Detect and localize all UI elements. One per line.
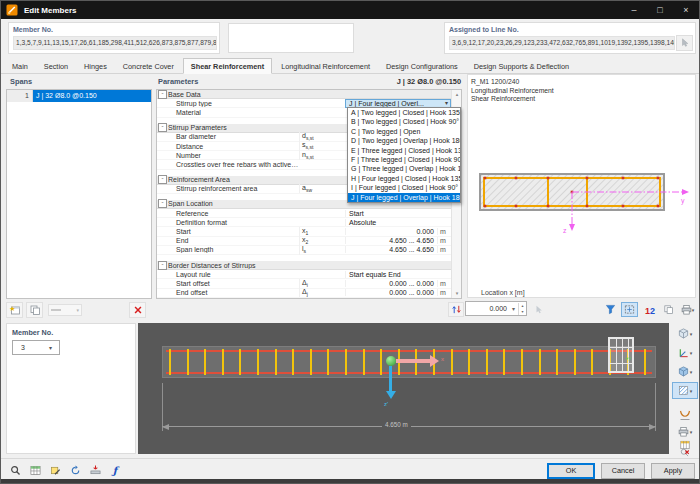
dropdown-option[interactable]: H | Four legged | Closed | Hook 135°: [348, 174, 460, 183]
red-x-magnifier-icon: [680, 448, 690, 458]
dimension-frame-button[interactable]: [621, 302, 638, 317]
span-list-item[interactable]: 1 J | 32 Ø8.0 @0.150: [7, 90, 151, 102]
minimize-icon[interactable]: –: [621, 1, 647, 19]
expand-collapse-icon[interactable]: [157, 175, 168, 184]
expand-collapse-icon[interactable]: [157, 199, 168, 208]
member-tool-button[interactable]: [87, 462, 103, 478]
tab[interactable]: Design Configurations: [379, 59, 465, 75]
expand-collapse-icon[interactable]: [157, 123, 168, 132]
delete-span-button[interactable]: [129, 302, 146, 318]
ok-button[interactable]: OK: [547, 463, 595, 479]
search-button[interactable]: [7, 462, 23, 478]
spin-up-down-icon[interactable]: ▴▾: [518, 303, 526, 315]
maximize-icon[interactable]: □: [647, 1, 673, 19]
parameter-value[interactable]: 4.650 ... 4.650: [345, 246, 437, 253]
dimension-arrow-left: [162, 424, 169, 430]
pick-lines-button[interactable]: [676, 35, 693, 51]
parameter-row[interactable]: End offset Δj 0.000 ... 0.000 m: [157, 289, 451, 298]
dropdown-option[interactable]: E | Three legged | Closed | Hook 135°: [348, 146, 460, 155]
tab[interactable]: Shear Reinforcement: [183, 58, 272, 74]
rendering-button[interactable]: ▾: [672, 363, 698, 380]
location-spinner[interactable]: 0.000 ▾ ▴▾: [465, 301, 527, 316]
parameter-value[interactable]: Absolute: [345, 219, 437, 226]
refresh-button[interactable]: [67, 462, 83, 478]
parameter-value[interactable]: 0.000 ... 0.000: [345, 289, 437, 296]
units-button[interactable]: [27, 462, 43, 478]
formula-button[interactable]: ƒ: [107, 462, 123, 478]
copy-span-button[interactable]: [26, 302, 43, 318]
cross-section-drawing: y z: [468, 167, 696, 237]
dropdown-option[interactable]: J | Four legged | Overlap | Hook 180°: [348, 193, 460, 202]
tab[interactable]: Section: [37, 59, 75, 75]
parameter-symbol: x1: [299, 227, 345, 236]
result-curve-button[interactable]: [672, 406, 698, 423]
axes-display-button[interactable]: ▾: [672, 344, 698, 361]
assigned-lines-label: Assigned to Line No.: [449, 26, 695, 33]
parameter-value[interactable]: Start equals End: [345, 271, 437, 278]
dropdown-option[interactable]: D | Two legged | Overlap | Hook 180°: [348, 136, 460, 145]
span-template-combo[interactable]: ▾: [48, 304, 82, 316]
hatching-button[interactable]: ▾: [672, 382, 698, 399]
section-cut-symbol: +y: [608, 337, 634, 373]
copy-icon: [29, 304, 41, 316]
parameter-row[interactable]: Span length ls 4.650 ... 4.650 m: [157, 246, 451, 255]
close-icon[interactable]: ×: [673, 1, 699, 19]
parameter-label: Border Distances of Stirrups: [168, 262, 299, 269]
dropdown-option[interactable]: G | Three legged | Overlap | Hook 180°: [348, 164, 460, 173]
print-button[interactable]: ▾: [678, 302, 697, 317]
tab[interactable]: Hinges: [77, 59, 114, 75]
new-span-button[interactable]: ★: [6, 302, 23, 318]
parameter-value[interactable]: 0.000 ... 0.000: [345, 280, 437, 287]
comment-button[interactable]: [47, 462, 63, 478]
z-axis-arrowhead: [386, 391, 396, 399]
copy-icon: [663, 304, 674, 315]
parameter-row[interactable]: Border Distances of Stirrups: [157, 261, 451, 270]
copy-view-button[interactable]: [661, 302, 676, 317]
dropdown-option[interactable]: C | Two legged | Open: [348, 127, 460, 136]
apply-button[interactable]: Apply: [651, 463, 695, 479]
parameter-value[interactable]: 4.650 ... 4.650: [345, 237, 437, 244]
new-icon: ★: [9, 304, 21, 316]
sort-parameters-button[interactable]: [448, 302, 464, 317]
parameter-symbol: ls: [299, 245, 345, 254]
dropdown-option[interactable]: I | Four legged | Closed | Hook 90°: [348, 183, 460, 192]
filter-button[interactable]: [602, 302, 618, 317]
pick-location-button[interactable]: [531, 302, 546, 317]
chevron-down-icon[interactable]: ▾: [509, 305, 518, 312]
dropdown-option[interactable]: A | Two legged | Closed | Hook 135°: [348, 108, 460, 117]
scroll-up-icon[interactable]: ▴: [452, 90, 462, 99]
member-3d-view[interactable]: x z' +y 4.650 m: [138, 323, 669, 454]
parameter-row[interactable]: Reference Start: [157, 209, 451, 218]
cancel-button[interactable]: Cancel: [601, 463, 645, 479]
member-no-field[interactable]: 1,3,5,7,9,11,13,15,17,26,61,185,298,411,…: [13, 36, 217, 50]
member-selector-panel: Member No. 3 ▾: [6, 323, 136, 454]
assigned-lines-field[interactable]: 3,6,9,12,17,20,23,26,29,123,233,472,632,…: [449, 36, 675, 50]
cancel-zoom-button[interactable]: [672, 448, 698, 458]
tab[interactable]: Main: [5, 59, 35, 75]
location-label: Location x [m]: [481, 289, 525, 296]
location-value[interactable]: 0.000: [466, 305, 509, 312]
parameters-header-value: J | 32 Ø8.0 @0.150: [301, 77, 461, 86]
rebar-numbering-button[interactable]: 12: [642, 302, 658, 317]
units-table-icon: [30, 465, 41, 476]
chevron-down-icon: ▾: [690, 369, 693, 375]
chevron-down-icon: ▾: [690, 429, 693, 435]
parameter-unit: m: [437, 289, 451, 296]
member-selector-combo[interactable]: 3 ▾: [12, 340, 60, 355]
print-view-button[interactable]: ▾: [672, 423, 698, 440]
tab[interactable]: Design Supports & Deflection: [467, 59, 576, 75]
tab[interactable]: Concrete Cover: [116, 59, 181, 75]
parameter-value[interactable]: 0.000: [345, 228, 437, 235]
expand-collapse-icon[interactable]: [157, 261, 168, 270]
parameter-label: Number: [168, 152, 299, 159]
sort-arrows-icon: [451, 304, 462, 315]
dropdown-option[interactable]: B | Two legged | Closed | Hook 90°: [348, 117, 460, 126]
parameter-value[interactable]: Start: [345, 210, 437, 217]
view-direction-button[interactable]: ▾: [672, 325, 698, 342]
expand-collapse-icon[interactable]: [157, 90, 168, 99]
z-axis-arrow: [569, 224, 575, 231]
tab[interactable]: Longitudinal Reinforcement: [274, 59, 377, 75]
parameter-label: Definition format: [168, 219, 299, 226]
scroll-down-icon[interactable]: ▾: [452, 289, 462, 298]
dropdown-option[interactable]: F | Three legged | Closed | Hook 90°: [348, 155, 460, 164]
